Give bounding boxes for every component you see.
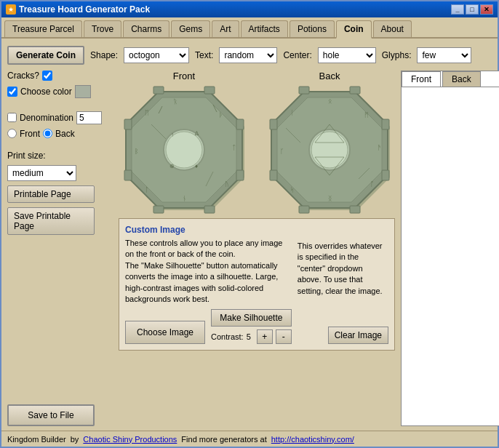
- svg-text:ᛝ: ᛝ: [328, 195, 332, 202]
- back-coin-section: Back: [264, 71, 395, 215]
- choose-color-row: Choose color: [7, 85, 113, 98]
- right-panel: Front Back: [401, 71, 499, 426]
- glyphs-label: Glyphs:: [382, 50, 412, 60]
- toolbar-row: Generate Coin Shape: octogon circle squa…: [7, 43, 492, 68]
- svg-rect-5: [236, 119, 244, 129]
- text-select[interactable]: random none runes: [219, 47, 277, 63]
- minimize-button[interactable]: _: [451, 4, 464, 15]
- cracks-label: Cracks?: [7, 71, 39, 81]
- svg-rect-37: [299, 206, 309, 213]
- clear-image-button[interactable]: Clear Image: [328, 327, 388, 344]
- custom-image-body: These controls allow you to place any im…: [125, 238, 388, 344]
- svg-text:ᚫ: ᚫ: [378, 144, 381, 151]
- custom-image-section: Custom Image These controls allow you to…: [119, 218, 395, 351]
- save-printable-button[interactable]: Save Printable Page: [7, 207, 95, 235]
- tab-trove[interactable]: Trove: [84, 20, 121, 37]
- glyphs-select[interactable]: few some many none: [417, 47, 471, 63]
- svg-text:⊕: ⊕: [169, 163, 175, 169]
- svg-text:ᚴ: ᚴ: [280, 148, 284, 155]
- contrast-row: Contrast: 5 + -: [211, 329, 292, 344]
- tab-coin[interactable]: Coin: [336, 20, 372, 39]
- svg-rect-38: [270, 170, 277, 180]
- generate-coin-button[interactable]: Generate Coin: [7, 46, 84, 65]
- tab-art[interactable]: Art: [212, 20, 239, 37]
- preview-tab-back[interactable]: Back: [442, 71, 481, 87]
- svg-text:ᚦ: ᚦ: [219, 111, 223, 119]
- tab-gems[interactable]: Gems: [171, 20, 210, 37]
- side-radio-group: Front Back: [7, 129, 113, 139]
- front-radio-label: Front: [20, 129, 40, 139]
- shape-select[interactable]: octogon circle square hexagon: [124, 47, 189, 63]
- svg-text:ᛋ: ᛋ: [290, 186, 294, 193]
- denomination-label: Denomination: [20, 113, 73, 123]
- app-window: ★ Treasure Hoard Generator Pack _ □ ✕ Tr…: [0, 0, 499, 448]
- tab-charms[interactable]: Charms: [123, 20, 169, 37]
- custom-image-title: Custom Image: [125, 225, 388, 235]
- preview-box: Front Back: [401, 71, 499, 426]
- svg-text:ᛒ: ᛒ: [135, 148, 138, 155]
- svg-point-41: [311, 132, 348, 168]
- print-size-label: Print size:: [7, 151, 113, 161]
- by-label: by: [71, 435, 79, 444]
- app-icon: ★: [6, 4, 16, 15]
- contrast-minus-button[interactable]: -: [276, 329, 292, 344]
- tab-about[interactable]: About: [373, 20, 412, 37]
- svg-text:ᛖ: ᛖ: [145, 109, 148, 116]
- close-button[interactable]: ✕: [480, 4, 493, 15]
- maximize-button[interactable]: □: [466, 4, 479, 15]
- left-panel: Cracks? Choose color Denomination: [7, 71, 113, 426]
- svg-rect-34: [382, 119, 389, 129]
- back-coin-image: ᛟ ᛗ ᚫ ᚩ ᛝ ᛋ ᚴ ᛁ: [264, 84, 395, 215]
- tab-treasure-parcel[interactable]: Treasure Parcel: [4, 20, 82, 37]
- back-radio[interactable]: [43, 129, 52, 138]
- make-silhouette-button[interactable]: Make Silhouette: [211, 309, 292, 327]
- svg-text:ᛗ: ᛗ: [364, 111, 368, 119]
- svg-text:ᛚ: ᛚ: [145, 186, 148, 193]
- cracks-checkbox[interactable]: [42, 71, 52, 81]
- choose-color-label: Choose color: [20, 87, 72, 97]
- save-to-file-button[interactable]: Save to File: [7, 404, 95, 426]
- svg-rect-4: [204, 87, 215, 94]
- denomination-checkbox[interactable]: [7, 113, 17, 122]
- preview-tab-front[interactable]: Front: [402, 71, 441, 87]
- choose-color-checkbox[interactable]: [7, 87, 17, 97]
- front-coin-label: Front: [173, 71, 195, 81]
- denomination-input[interactable]: [76, 111, 102, 124]
- front-coin-image: ᚱ ᚦ ᛏ ᚢ ᚾ ᛚ ᛒ ᛖ ↑: [119, 84, 250, 215]
- svg-rect-6: [236, 170, 244, 180]
- svg-rect-10: [124, 119, 132, 129]
- svg-rect-39: [270, 119, 277, 129]
- svg-rect-9: [124, 170, 132, 180]
- preview-tabs: Front Back: [402, 71, 499, 87]
- svg-text:∆: ∆: [195, 130, 199, 137]
- front-radio[interactable]: [7, 129, 17, 138]
- custom-image-desc: These controls allow you to place any im…: [125, 238, 292, 305]
- contrast-plus-button[interactable]: +: [257, 329, 273, 344]
- svg-rect-32: [299, 87, 309, 94]
- status-bar: Kingdom Builder by Chaotic Shiny Product…: [1, 431, 498, 447]
- tab-bar: Treasure Parcel Trove Charms Gems Art Ar…: [1, 17, 498, 39]
- tab-artifacts[interactable]: Artifacts: [241, 20, 288, 37]
- svg-text:ᚢ: ᚢ: [225, 180, 228, 188]
- center-select[interactable]: hole none image: [318, 47, 376, 63]
- contrast-label: Contrast:: [211, 332, 244, 341]
- choose-image-button[interactable]: Choose Image: [125, 321, 205, 344]
- body-row: Cracks? Choose color Denomination: [7, 71, 492, 426]
- company-url[interactable]: http://chaoticshiny.com/: [271, 435, 354, 444]
- shape-label: Shape:: [90, 50, 118, 60]
- color-swatch[interactable]: [75, 85, 91, 98]
- title-bar: ★ Treasure Hoard Generator Pack _ □ ✕: [1, 1, 498, 17]
- svg-rect-36: [350, 206, 360, 213]
- svg-rect-35: [382, 170, 389, 180]
- svg-text:♦: ♦: [195, 163, 198, 169]
- tab-potions[interactable]: Potions: [290, 20, 335, 37]
- denomination-row: Denomination: [7, 111, 113, 124]
- printable-page-button[interactable]: Printable Page: [7, 185, 95, 203]
- find-more-label: Find more generators at: [181, 435, 266, 444]
- coins-row: Front: [119, 71, 395, 215]
- center-panel: Front: [119, 71, 395, 426]
- company-name[interactable]: Chaotic Shiny Productions: [83, 435, 177, 444]
- print-size-select[interactable]: small medium large: [7, 165, 76, 181]
- text-label: Text:: [195, 50, 213, 60]
- preview-content: [402, 87, 499, 423]
